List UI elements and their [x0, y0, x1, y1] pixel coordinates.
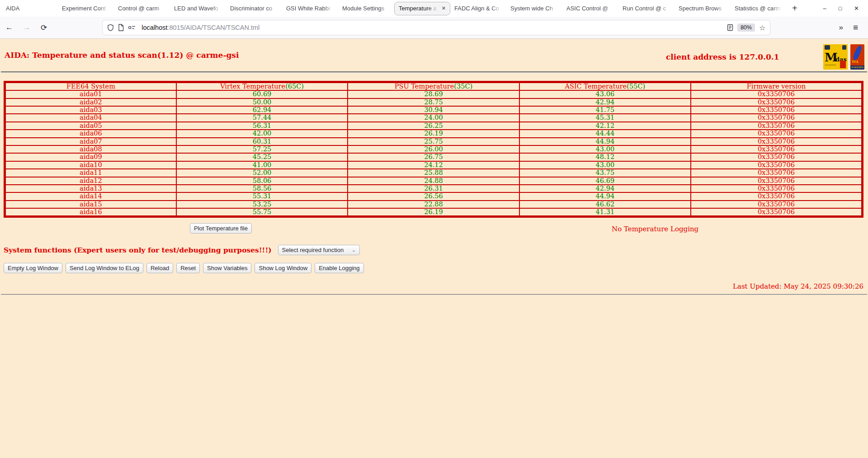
system-function-select[interactable]: Select required function ⌄	[278, 245, 360, 255]
table-cell: 43.00	[519, 145, 691, 153]
browser-tab-12[interactable]: Run Control @ c	[618, 2, 675, 15]
midas-logo[interactable]: M idas powered by	[823, 44, 848, 70]
table-cell: 26.19	[348, 208, 519, 217]
tab-label: AIDA	[6, 5, 54, 12]
table-cell: aida16	[5, 208, 176, 217]
table-cell: 62.94	[176, 106, 348, 114]
table-cell: aida09	[5, 153, 176, 161]
bookmark-star-icon[interactable]: ☆	[759, 23, 765, 32]
permissions-icon[interactable]	[128, 24, 136, 31]
send-log-window-to-elog-button[interactable]: Send Log Window to ELog	[66, 263, 143, 273]
table-cell: 25.88	[348, 169, 519, 177]
midas-shield-icon	[842, 45, 846, 50]
browser-tab-6[interactable]: GSI White Rabbi	[282, 2, 338, 15]
table-row-aida09: aida0945.2526.7548.120x3350706	[5, 153, 863, 161]
empty-log-window-button[interactable]: Empty Log Window	[4, 263, 62, 273]
show-variables-button[interactable]: Show Variables	[203, 263, 251, 273]
table-row-aida04: aida0457.4424.0045.310x3350706	[5, 114, 863, 122]
browser-tab-9[interactable]: FADC Align & Co	[450, 2, 506, 15]
table-cell: 43.00	[519, 161, 691, 169]
table-cell: 24.88	[348, 177, 519, 185]
tab-label: Control @ carm	[118, 5, 166, 12]
plot-temperature-file-button[interactable]: Plot Temperature file	[190, 223, 252, 234]
table-cell: aida13	[5, 185, 176, 192]
tab-label: Module Settings	[342, 5, 390, 12]
table-cell: 0x3350706	[691, 98, 862, 106]
tcl-powered-text: POWERED	[850, 65, 864, 70]
table-cell: 60.69	[176, 90, 348, 98]
reload-icon[interactable]: ⟳	[41, 23, 47, 33]
reload-button[interactable]: Reload	[146, 263, 173, 273]
temperature-scan-table: FEE64 SystemVirtex Temperature(65C)PSU T…	[4, 81, 863, 218]
browser-tab-8[interactable]: Temperature a✕	[394, 2, 450, 15]
midas-lamp-icon	[825, 45, 830, 50]
table-cell: aida05	[5, 122, 176, 130]
enable-logging-button[interactable]: Enable Logging	[315, 263, 363, 273]
reset-button[interactable]: Reset	[176, 263, 200, 273]
table-row-aida07: aida0760.3125.7544.940x3350706	[5, 138, 863, 145]
table-cell: 41.00	[176, 161, 348, 169]
forward-icon: →	[23, 23, 31, 32]
table-cell: 58.06	[176, 177, 348, 185]
reader-mode-icon[interactable]	[727, 24, 733, 31]
table-cell: aida12	[5, 177, 176, 185]
table-cell: 0x3350706	[691, 169, 862, 177]
window-close-button[interactable]: ✕	[854, 5, 859, 11]
browser-tab-10[interactable]: System wide Ch	[506, 2, 562, 15]
window-maximize-button[interactable]: ▢	[838, 6, 842, 11]
browser-tab-11[interactable]: ASIC Control @	[562, 2, 618, 15]
browser-tab-13[interactable]: Spectrum Brows	[675, 2, 731, 15]
table-cell: 0x3350706	[691, 161, 862, 169]
tcl-powered-logo[interactable]: TCL POWERED	[850, 44, 864, 70]
table-cell: 24.00	[348, 114, 519, 122]
table-cell: 0x3350706	[691, 122, 862, 130]
table-cell: 0x3350706	[691, 106, 862, 114]
table-cell: aida02	[5, 98, 176, 106]
browser-tab-5[interactable]: Discriminator co	[226, 2, 282, 15]
page-icon[interactable]	[118, 24, 124, 31]
table-cell: 26.31	[348, 185, 519, 192]
show-log-window-button[interactable]: Show Log Window	[255, 263, 311, 273]
table-cell: 60.31	[176, 138, 348, 145]
table-cell: 57.44	[176, 114, 348, 122]
table-cell: 0x3350706	[691, 145, 862, 153]
back-icon[interactable]: ←	[5, 23, 13, 32]
table-cell: 56.31	[176, 122, 348, 130]
page-content: AIDA: Temperature and status scan(1.12) …	[0, 39, 868, 458]
app-menu-icon[interactable]: ≡	[853, 23, 858, 33]
window-minimize-button[interactable]: –	[823, 5, 826, 11]
tab-close-icon[interactable]: ✕	[440, 5, 446, 11]
browser-tab-3[interactable]: Control @ carm	[114, 2, 170, 15]
table-cell: 28.75	[348, 98, 519, 106]
table-cell: 43.75	[519, 169, 691, 177]
midas-tcl-mini-logo	[840, 61, 846, 68]
table-cell: 50.00	[176, 98, 348, 106]
table-cell: 48.12	[519, 153, 691, 161]
table-cell: 26.19	[348, 130, 519, 137]
column-header: Virtex Temperature(65C)	[176, 82, 348, 91]
browser-tab-7[interactable]: Module Settings	[338, 2, 394, 15]
table-cell: 41.75	[519, 106, 691, 114]
table-cell: 24.12	[348, 161, 519, 169]
table-cell: 58.56	[176, 185, 348, 192]
table-header-row: FEE64 SystemVirtex Temperature(65C)PSU T…	[5, 82, 863, 91]
table-cell: 53.25	[176, 201, 348, 208]
new-tab-button[interactable]: +	[787, 3, 803, 14]
url-bar[interactable]: localhost:8015/AIDA/TSCAN/TSCAN.tml 80% …	[102, 20, 770, 35]
table-cell: 46.69	[519, 177, 691, 185]
table-cell: 0x3350706	[691, 177, 862, 185]
table-cell: 26.56	[348, 192, 519, 200]
table-cell: 26.75	[348, 153, 519, 161]
table-cell: aida14	[5, 192, 176, 200]
table-cell: 42.12	[519, 122, 691, 130]
browser-tab-14[interactable]: Statistics @ carm	[731, 2, 787, 15]
url-text[interactable]: localhost:8015/AIDA/TSCAN/TSCAN.tml	[142, 24, 723, 31]
zoom-level-badge[interactable]: 80%	[737, 23, 755, 32]
shield-icon[interactable]	[107, 24, 114, 31]
browser-tab-4[interactable]: LED and Wavefo	[170, 2, 226, 15]
browser-tab-1[interactable]: AIDA	[2, 2, 58, 15]
tab-label: FADC Align & Co	[454, 5, 502, 12]
overflow-menu-icon[interactable]: »	[839, 23, 842, 32]
browser-tab-2[interactable]: Experiment Cont	[58, 2, 114, 15]
table-cell: 41.31	[519, 208, 691, 217]
